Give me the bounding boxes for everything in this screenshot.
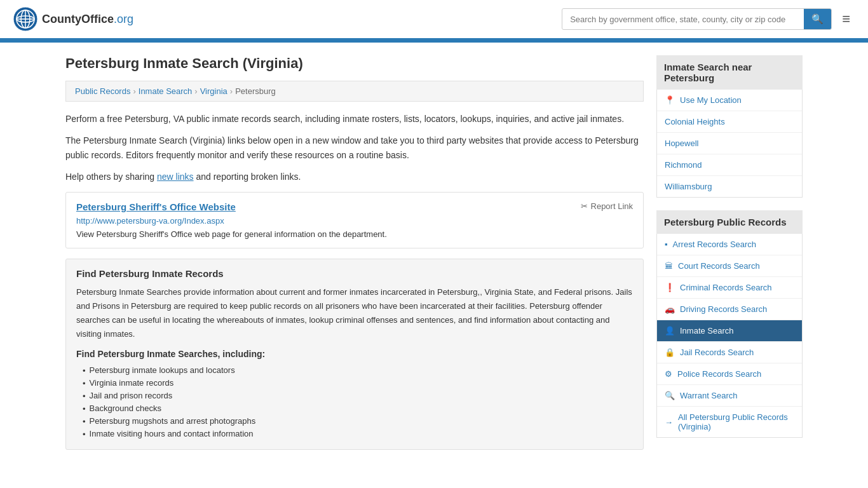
breadcrumb-current: Petersburg (235, 86, 276, 96)
header-right: 🔍 ≡ (562, 8, 855, 30)
breadcrumb-inmate-search[interactable]: Inmate Search (139, 86, 193, 96)
arrest-records-icon: ▪ (665, 240, 668, 249)
header: CountyOffice.org 🔍 ≡ (0, 0, 868, 40)
intro-p3-suffix: and reporting broken links. (194, 172, 301, 182)
richmond-link[interactable]: Richmond (665, 160, 702, 170)
menu-icon[interactable]: ≡ (837, 8, 855, 30)
new-links-link[interactable]: new links (157, 172, 194, 182)
police-records-link[interactable]: Police Records Search (677, 369, 761, 379)
intro-p3-prefix: Help others by sharing (65, 172, 157, 182)
sidebar-item-police-records[interactable]: ⚙ Police Records Search (657, 363, 802, 385)
all-records-icon: → (665, 417, 673, 427)
list-item: Inmate visiting hours and contact inform… (83, 428, 633, 440)
page-title: Petersburg Inmate Search (Virginia) (65, 55, 644, 72)
police-records-icon: ⚙ (665, 369, 672, 379)
intro-paragraph-2: The Petersburg Inmate Search (Virginia) … (65, 133, 644, 162)
near-item-richmond[interactable]: Richmond (657, 154, 802, 176)
info-box-list: Petersburg inmate lookups and locators V… (76, 364, 633, 440)
breadcrumb: Public Records › Inmate Search › Virgini… (65, 81, 644, 102)
hopewell-link[interactable]: Hopewell (665, 139, 698, 148)
report-link-label: Report Link (591, 201, 633, 211)
court-records-link[interactable]: Court Records Search (678, 261, 760, 271)
info-box-title: Find Petersburg Inmate Records (76, 268, 633, 279)
driving-records-link[interactable]: Driving Records Search (680, 304, 767, 314)
sidebar-item-inmate-search[interactable]: 👤 Inmate Search (657, 320, 802, 342)
info-box: Find Petersburg Inmate Records Petersbur… (65, 259, 644, 450)
criminal-records-link[interactable]: Criminal Records Search (680, 283, 772, 292)
use-my-location-link[interactable]: Use My Location (680, 95, 742, 105)
breadcrumb-public-records[interactable]: Public Records (75, 86, 130, 96)
jail-records-link[interactable]: Jail Records Search (680, 348, 754, 357)
sidebar-item-court-records[interactable]: 🏛 Court Records Search (657, 255, 802, 277)
court-records-icon: 🏛 (665, 261, 673, 271)
warrant-search-link[interactable]: Warrant Search (680, 391, 738, 400)
near-section: Inmate Search near Petersburg 📍 Use My L… (656, 55, 803, 198)
colonial-heights-link[interactable]: Colonial Heights (665, 117, 725, 126)
sidebar-item-warrant-search[interactable]: 🔍 Warrant Search (657, 385, 802, 407)
sidebar-item-driving-records[interactable]: 🚗 Driving Records Search (657, 299, 802, 320)
location-icon: 📍 (665, 95, 675, 105)
warrant-search-icon: 🔍 (665, 391, 675, 400)
logo-icon (13, 6, 38, 32)
criminal-records-icon: ❗ (665, 283, 675, 292)
search-button[interactable]: 🔍 (804, 9, 831, 29)
driving-records-icon: 🚗 (665, 304, 675, 314)
info-box-subtitle: Find Petersburg Inmate Searches, includi… (76, 349, 633, 359)
breadcrumb-virginia[interactable]: Virginia (200, 86, 227, 96)
inmate-search-icon: 👤 (665, 326, 675, 336)
list-item: Virginia inmate records (83, 377, 633, 390)
near-list: 📍 Use My Location Colonial Heights Hopew… (656, 90, 803, 198)
info-box-text: Petersburg Inmate Searches provide infor… (76, 285, 633, 341)
jail-records-icon: 🔒 (665, 348, 675, 357)
public-records-list: ▪ Arrest Records Search 🏛 Court Records … (656, 234, 803, 438)
near-header: Inmate Search near Petersburg (656, 55, 803, 90)
list-item: Petersburg mugshots and arrest photograp… (83, 415, 633, 428)
search-input[interactable] (562, 10, 804, 29)
intro-paragraph-1: Perform a free Petersburg, VA public inm… (65, 112, 644, 126)
arrest-records-link[interactable]: Arrest Records Search (673, 240, 757, 249)
link-card-url[interactable]: http://www.petersburg-va.org/Index.aspx (76, 216, 633, 226)
public-records-header: Petersburg Public Records (656, 210, 803, 234)
near-item-hopewell[interactable]: Hopewell (657, 133, 802, 154)
sidebar-item-criminal-records[interactable]: ❗ Criminal Records Search (657, 277, 802, 299)
main-content: Petersburg Inmate Search (Virginia) Publ… (65, 55, 644, 460)
search-bar: 🔍 (562, 8, 832, 30)
scissors-icon: ✂ (581, 201, 588, 211)
all-records-link[interactable]: All Petersburg Public Records (Virginia) (678, 412, 794, 431)
near-item-colonial-heights[interactable]: Colonial Heights (657, 111, 802, 133)
sidebar-item-all-records[interactable]: → All Petersburg Public Records (Virgini… (657, 407, 802, 437)
logo-text: CountyOffice.org (42, 13, 133, 26)
inmate-search-label: Inmate Search (680, 326, 734, 336)
near-item-location[interactable]: 📍 Use My Location (657, 90, 802, 111)
list-item: Petersburg inmate lookups and locators (83, 364, 633, 377)
list-item: Background checks (83, 402, 633, 415)
link-card-desc: View Petersburg Sheriff's Office web pag… (76, 229, 633, 239)
public-records-section: Petersburg Public Records ▪ Arrest Recor… (656, 210, 803, 438)
sidebar-item-jail-records[interactable]: 🔒 Jail Records Search (657, 342, 802, 363)
sidebar: Inmate Search near Petersburg 📍 Use My L… (656, 55, 803, 460)
williamsburg-link[interactable]: Williamsburg (665, 182, 712, 191)
logo-area: CountyOffice.org (13, 6, 133, 32)
link-card-title[interactable]: Petersburg Sheriff's Office Website (76, 201, 236, 212)
sidebar-item-arrest-records[interactable]: ▪ Arrest Records Search (657, 234, 802, 255)
link-card: Petersburg Sheriff's Office Website ✂ Re… (65, 192, 644, 248)
page-container: Petersburg Inmate Search (Virginia) Publ… (53, 43, 815, 473)
intro-paragraph-3: Help others by sharing new links and rep… (65, 170, 644, 184)
near-item-williamsburg[interactable]: Williamsburg (657, 176, 802, 197)
report-link-button[interactable]: ✂ Report Link (581, 201, 633, 211)
list-item: Jail and prison records (83, 390, 633, 402)
link-card-header: Petersburg Sheriff's Office Website ✂ Re… (76, 201, 633, 212)
